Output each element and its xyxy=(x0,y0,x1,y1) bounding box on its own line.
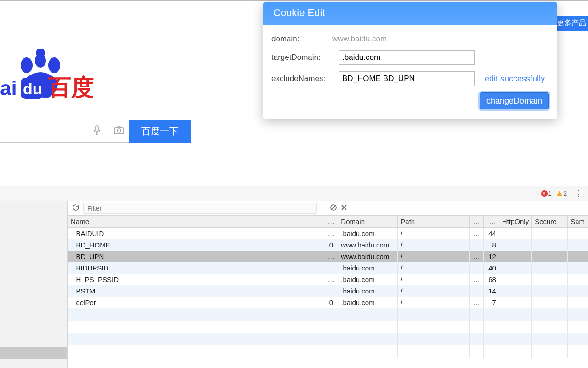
popup-body: domain: www.baidu.com targetDomain: excl… xyxy=(263,25,557,119)
cell-expires: … xyxy=(469,297,483,308)
cell-size: 7 xyxy=(483,297,499,308)
cell-samesite xyxy=(568,228,588,240)
cell-secure xyxy=(532,274,568,285)
exclude-names-input[interactable] xyxy=(339,71,475,86)
col-domain[interactable]: Domain xyxy=(338,216,398,228)
cookie-edit-popup: Cookie Edit domain: www.baidu.com target… xyxy=(263,2,557,119)
svg-line-12 xyxy=(332,206,335,209)
cell-httponly xyxy=(499,228,531,240)
cell-secure xyxy=(532,251,568,262)
cell-name: delPer xyxy=(68,297,324,308)
devtools-topbar: × 1 2 ⋮ xyxy=(0,186,588,201)
col-secure[interactable]: Secure xyxy=(532,216,568,228)
svg-text:ai: ai xyxy=(0,77,17,99)
col-samesite[interactable]: Sam xyxy=(568,216,588,228)
devtools-content: Name … Domain Path … … HttpOnly Secure S… xyxy=(68,201,588,368)
cell-name: BIDUPSID xyxy=(68,262,324,274)
cell-path: / xyxy=(398,228,470,240)
search-button[interactable]: 百度一下 xyxy=(129,120,191,143)
cell-samesite xyxy=(568,297,588,308)
cell-value: … xyxy=(324,228,338,240)
table-row-empty xyxy=(68,321,588,333)
cell-path: / xyxy=(398,262,470,274)
col-httponly[interactable]: HttpOnly xyxy=(499,216,531,228)
change-domain-button[interactable]: changeDomain xyxy=(480,92,549,109)
cell-httponly xyxy=(499,285,531,297)
cell-expires: … xyxy=(469,285,483,297)
clear-icon[interactable] xyxy=(330,204,337,213)
search-input[interactable] xyxy=(0,120,129,143)
col-path[interactable]: Path xyxy=(398,216,470,228)
cell-expires: … xyxy=(469,274,483,285)
cell-size: 44 xyxy=(483,228,499,240)
svg-point-0 xyxy=(21,58,33,73)
cell-samesite xyxy=(568,251,588,262)
table-row[interactable]: H_PS_PSSID….baidu.com/…68 xyxy=(68,274,588,285)
refresh-icon[interactable] xyxy=(72,204,79,213)
table-row[interactable]: BIDUPSID….baidu.com/…40 xyxy=(68,262,588,274)
camera-icon[interactable] xyxy=(114,126,124,137)
page-top: 更多产品 ai du 百度 百度一下 xyxy=(0,0,588,184)
cell-path: / xyxy=(398,285,470,297)
search-bar: 百度一下 xyxy=(0,120,191,143)
delete-icon[interactable] xyxy=(341,204,347,213)
col-size[interactable]: … xyxy=(483,216,499,228)
cell-size: 14 xyxy=(483,285,499,297)
cell-name: PSTM xyxy=(68,285,324,297)
cell-name: BAIDUID xyxy=(68,228,324,240)
cell-value: 0 xyxy=(324,239,338,251)
devtools-main: Name … Domain Path … … HttpOnly Secure S… xyxy=(0,201,588,368)
cell-secure xyxy=(532,262,568,274)
devtools-toolbar xyxy=(68,201,588,216)
filter-input[interactable] xyxy=(83,203,317,214)
cell-expires: … xyxy=(469,228,483,240)
cell-path: / xyxy=(398,274,470,285)
more-products-button[interactable]: 更多产品 xyxy=(553,16,588,31)
devtools-sidebar[interactable] xyxy=(0,201,68,368)
cell-domain: .baidu.com xyxy=(338,285,398,297)
popup-title: Cookie Edit xyxy=(263,2,557,25)
cell-name: H_PS_PSSID xyxy=(68,274,324,285)
cell-domain: .baidu.com xyxy=(338,262,398,274)
cell-httponly xyxy=(499,239,531,251)
exclude-names-label: excludeNames: xyxy=(271,74,334,83)
table-row-empty xyxy=(68,308,588,321)
table-row[interactable]: BD_HOME0www.baidu.com/…8 xyxy=(68,239,588,251)
cell-domain: .baidu.com xyxy=(338,228,398,240)
table-row[interactable]: BD_UPN…www.baidu.com/…12 xyxy=(68,251,588,262)
microphone-icon[interactable] xyxy=(93,125,101,138)
cell-httponly xyxy=(499,262,531,274)
col-name[interactable]: Name xyxy=(68,216,324,228)
svg-text:百度: 百度 xyxy=(48,75,94,100)
cell-name: BD_UPN xyxy=(68,251,324,262)
cell-size: 8 xyxy=(483,239,499,251)
cell-path: / xyxy=(398,297,470,308)
col-value[interactable]: … xyxy=(324,216,338,228)
table-row-empty xyxy=(68,345,588,358)
cell-value: … xyxy=(324,274,338,285)
error-icon: × xyxy=(541,190,548,197)
status-text: edit successfully xyxy=(485,74,545,84)
cell-httponly xyxy=(499,251,531,262)
table-row[interactable]: delPer0.baidu.com/…7 xyxy=(68,297,588,308)
kebab-icon[interactable]: ⋮ xyxy=(571,189,585,199)
table-row[interactable]: BAIDUID….baidu.com/…44 xyxy=(68,228,588,240)
table-row[interactable]: PSTM….baidu.com/…14 xyxy=(68,285,588,297)
cell-httponly xyxy=(499,274,531,285)
cell-secure xyxy=(532,228,568,240)
warning-badge[interactable]: 2 xyxy=(556,190,567,197)
devtools-panel: × 1 2 ⋮ xyxy=(0,186,588,368)
target-domain-input[interactable] xyxy=(339,50,475,65)
cell-expires: … xyxy=(469,251,483,262)
cell-value: … xyxy=(324,285,338,297)
col-expires[interactable]: … xyxy=(469,216,483,228)
sidebar-selected-item[interactable] xyxy=(0,347,67,359)
cell-samesite xyxy=(568,285,588,297)
table-row-empty xyxy=(68,333,588,345)
cell-samesite xyxy=(568,239,588,251)
cell-expires: … xyxy=(469,262,483,274)
cell-value: … xyxy=(324,262,338,274)
error-count: 1 xyxy=(548,190,552,197)
error-badge[interactable]: × 1 xyxy=(541,190,552,197)
cell-secure xyxy=(532,285,568,297)
